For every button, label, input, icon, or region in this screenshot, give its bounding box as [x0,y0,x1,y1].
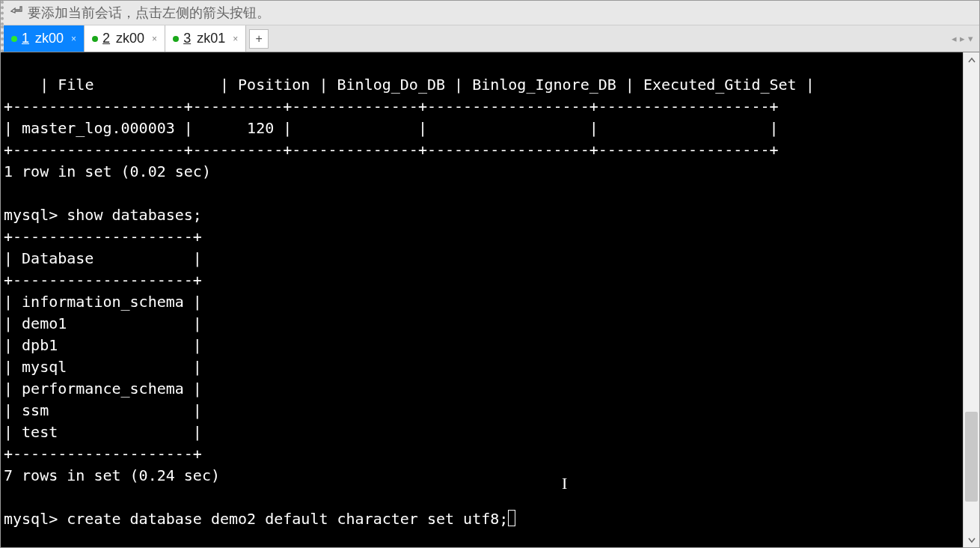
arrow-return-icon [10,5,23,21]
terminal-prompt-line: mysql> create database demo2 default cha… [4,510,508,528]
tab-3[interactable]: 3 zk01 × [165,25,246,52]
tab-label: zk00 [116,31,144,46]
scroll-down-button[interactable] [964,532,979,548]
status-dot-icon [11,36,17,42]
close-icon[interactable]: × [152,34,157,44]
terminal-wrap: | File | Position | Binlog_Do_DB | Binlo… [1,52,979,548]
terminal-cursor [508,510,515,526]
tab-strip: 1 zk00 × 2 zk00 × 3 zk01 × + ◂ ▸ ▾ [1,25,979,52]
tab-num: 3 [183,31,191,46]
chevron-up-icon [968,57,976,64]
tab-num: 2 [102,31,110,46]
hint-bar: 要添加当前会话，点击左侧的箭头按钮。 [1,1,979,25]
tab-label: zk01 [197,31,225,46]
tab-1[interactable]: 1 zk00 × [4,25,85,52]
new-tab-button[interactable]: + [249,29,269,49]
scroll-thumb[interactable] [965,412,978,502]
chevron-down-icon [968,536,976,544]
status-dot-icon [173,36,179,42]
status-dot-icon [92,36,98,42]
tab-num: 1 [22,31,29,46]
scroll-up-button[interactable] [964,52,979,69]
text-caret-icon: I [562,472,567,494]
chevron-right-icon[interactable]: ▸ [960,33,965,44]
terminal-output: | File | Position | Binlog_Do_DB | Binlo… [4,76,815,484]
terminal[interactable]: | File | Position | Binlog_Do_DB | Binlo… [1,52,963,548]
scrollbar[interactable] [963,52,979,548]
tab-nav: ◂ ▸ ▾ [952,25,973,52]
close-icon[interactable]: × [71,34,76,44]
tab-label: zk00 [35,31,64,46]
chevron-down-icon[interactable]: ▾ [968,33,973,44]
hint-text: 要添加当前会话，点击左侧的箭头按钮。 [28,4,270,22]
chevron-left-icon[interactable]: ◂ [952,33,957,44]
tab-2[interactable]: 2 zk00 × [85,25,165,52]
close-icon[interactable]: × [233,34,238,44]
